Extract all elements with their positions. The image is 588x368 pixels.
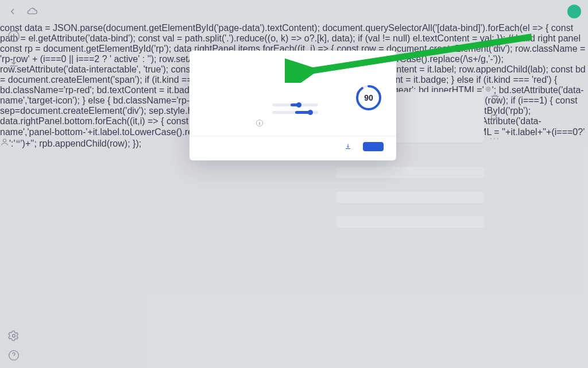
svg-point-1 <box>13 335 16 338</box>
score-ring: 90 <box>355 84 382 114</box>
svg-point-8 <box>486 87 490 91</box>
alerts-count <box>488 43 502 53</box>
add-icon[interactable] <box>6 29 21 44</box>
alert-item[interactable] <box>336 167 484 178</box>
assistant-panel <box>525 29 588 38</box>
info-icon[interactable]: i <box>256 120 263 126</box>
flag-icon[interactable] <box>489 113 501 124</box>
grammarly-logo[interactable] <box>567 5 581 18</box>
paragraph <box>33 164 332 192</box>
svg-point-9 <box>488 89 489 90</box>
alert-item[interactable] <box>336 216 484 228</box>
cloud-icon <box>26 6 38 17</box>
readability-row-score: i <box>202 118 384 126</box>
svg-text:90: 90 <box>364 93 373 102</box>
more-icon[interactable]: ··· <box>489 132 501 144</box>
paragraph <box>33 202 332 216</box>
settings-icon[interactable] <box>8 330 20 342</box>
help-icon[interactable] <box>8 350 20 361</box>
download-icon[interactable] <box>6 55 21 70</box>
performance-modal: 90 i <box>189 51 396 160</box>
download-pdf-button[interactable] <box>345 143 355 150</box>
left-rail <box>0 23 28 368</box>
wordcount-grid <box>202 74 384 85</box>
back-icon[interactable] <box>7 6 18 17</box>
trash-icon[interactable] <box>489 93 501 105</box>
alert-item[interactable] <box>336 191 484 203</box>
close-button[interactable] <box>363 142 384 151</box>
